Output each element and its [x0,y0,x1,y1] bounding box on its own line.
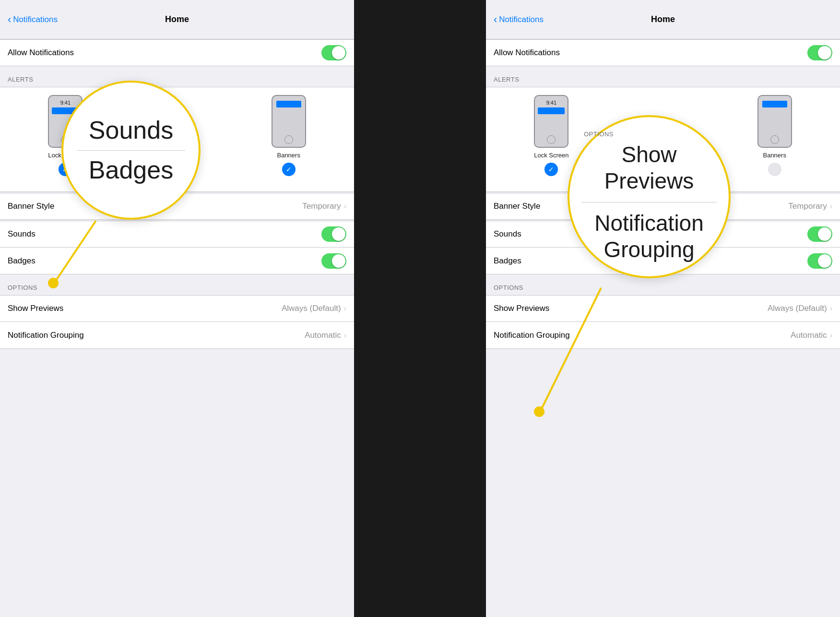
right-lock-screen-notif-bar [538,107,565,114]
left-badges-toggle[interactable] [321,253,346,269]
left-magnify-circle: Sounds Badges [61,81,201,220]
left-badges-row: Badges [0,248,354,274]
right-show-previews-value: Always (Default) [768,304,827,313]
left-allow-notifications-label: Allow Notifications [8,48,321,58]
left-show-previews-row[interactable]: Show Previews Always (Default) › [0,295,354,322]
left-show-previews-chevron-icon: › [344,304,346,313]
right-panel: ‹ Notifications Home Allow Notifications… [486,0,840,617]
left-banner-style-value: Temporary [302,202,341,211]
right-back-label: Notifications [499,15,544,24]
right-toggle-knob [818,46,831,59]
left-back-button[interactable]: ‹ Notifications [8,13,58,26]
right-lock-screen-time: 9:41 [546,100,556,106]
left-magnify-text2: Badges [89,156,173,184]
right-banners-check-empty[interactable] [768,163,781,176]
right-lock-screen-item: 9:41 Lock Screen ✓ [534,95,568,176]
right-notification-grouping-chevron-icon: › [830,331,832,340]
left-nav-bar: ‹ Notifications Home [0,0,354,39]
right-notification-grouping-value: Automatic [791,331,827,340]
left-sounds-toggle-knob [332,227,345,241]
left-notification-grouping-label: Notification Grouping [8,331,305,340]
right-allow-notifications-toggle[interactable] [807,45,832,60]
left-badges-toggle-knob [332,254,345,268]
right-notification-grouping-label: Notification Grouping [494,331,791,340]
left-notification-grouping-value: Automatic [305,331,341,340]
right-back-chevron-icon: ‹ [494,13,497,26]
right-options-header: OPTIONS [486,274,840,295]
right-show-previews-label: Show Previews [494,304,768,313]
right-magnify-text2: Notification Grouping [569,210,729,263]
right-badges-toggle[interactable] [807,253,832,269]
right-alerts-header: ALERTS [486,66,840,87]
left-back-label: Notifications [13,15,58,24]
left-show-previews-value: Always (Default) [282,304,341,313]
right-sounds-toggle-knob [818,227,831,241]
left-options-section: Show Previews Always (Default) › Notific… [0,295,354,349]
left-allow-notifications-toggle[interactable] [321,45,346,60]
left-show-previews-label: Show Previews [8,304,282,313]
right-lock-screen-label: Lock Screen [534,152,568,159]
right-banners-notif-bar [762,101,787,107]
left-nav-title: Home [165,14,189,24]
right-allow-notifications-label: Allow Notifications [494,48,807,58]
right-show-previews-row[interactable]: Show Previews Always (Default) › [486,295,840,322]
left-sounds-row: Sounds [0,221,354,248]
right-lock-screen-phone-icon: 9:41 [534,95,568,148]
left-notification-grouping-chevron-icon: › [344,331,346,340]
right-banner-style-value: Temporary [788,202,827,211]
left-notification-grouping-row[interactable]: Notification Grouping Automatic › [0,322,354,349]
left-magnify-divider [77,150,185,151]
left-banners-label: Banners [277,152,300,159]
left-sounds-toggle[interactable] [321,226,346,242]
left-back-chevron-icon: ‹ [8,13,11,26]
left-allow-notifications-row: Allow Notifications [0,39,354,66]
left-panel: ‹ Notifications Home Allow Notifications… [0,0,354,617]
left-banners-notif-bar [276,101,301,107]
right-banners-phone-icon [757,95,792,148]
right-badges-toggle-knob [818,254,831,268]
left-banners-check[interactable]: ✓ [282,163,296,176]
left-sounds-section: Sounds Badges [0,221,354,274]
right-banners-label: Banners [763,152,786,159]
right-lock-screen-check[interactable]: ✓ [544,163,558,176]
right-nav-title: Home [651,14,675,24]
right-sounds-toggle[interactable] [807,226,832,242]
right-banners-home-btn [770,135,779,144]
right-magnify-divider [581,202,717,202]
right-allow-notifications-row: Allow Notifications [486,39,840,66]
right-back-button[interactable]: ‹ Notifications [494,13,544,26]
left-yellow-dot [48,278,59,288]
left-banners-item: Banners ✓ [272,95,306,176]
right-banners-item: Banners [757,95,792,176]
right-magnify-section-label: OPTIONS [569,131,614,138]
right-options-section: Show Previews Always (Default) › Notific… [486,295,840,349]
right-magnify-text1: Show Previews [569,142,729,194]
left-toggle-knob [332,46,345,59]
center-divider [354,0,486,617]
right-nav-bar: ‹ Notifications Home [486,0,840,39]
left-alerts-header: ALERTS [0,66,354,87]
right-banner-style-chevron-icon: › [830,202,832,211]
left-banners-phone-icon [272,95,306,148]
left-banners-home-btn [284,135,293,144]
left-lock-screen-time: 9:41 [60,100,71,106]
right-notification-grouping-row[interactable]: Notification Grouping Automatic › [486,322,840,349]
left-magnify-text1: Sounds [89,117,173,144]
left-banner-style-chevron-icon: › [344,202,346,211]
right-magnify-circle: OPTIONS Show Previews Notification Group… [568,115,731,278]
left-badges-label: Badges [8,256,321,266]
right-yellow-dot [534,406,544,417]
right-lock-screen-home-btn [547,135,556,144]
right-show-previews-chevron-icon: › [830,304,832,313]
left-sounds-label: Sounds [8,229,321,239]
